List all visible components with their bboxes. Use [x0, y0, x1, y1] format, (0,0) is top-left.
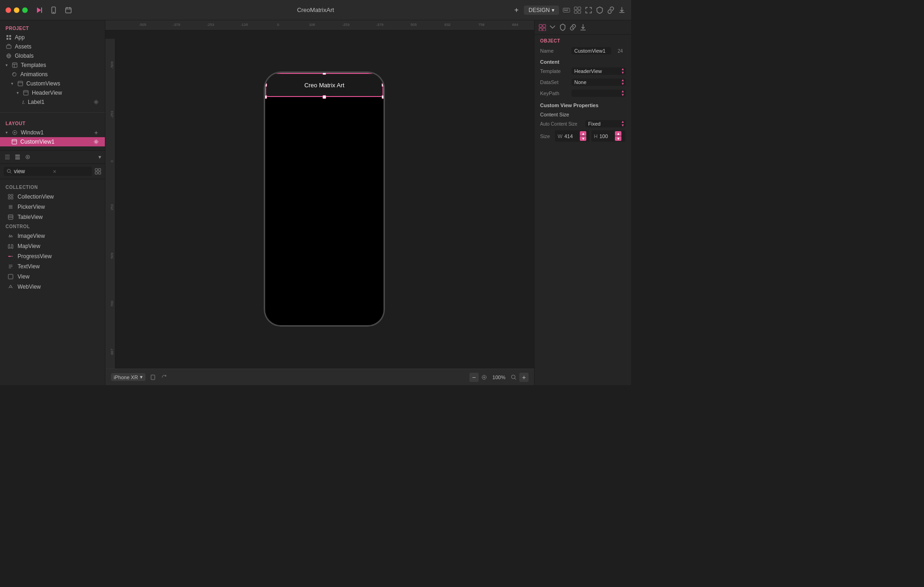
shield-icon[interactable]: [596, 6, 603, 14]
keypath-select[interactable]: [574, 91, 623, 96]
templates-icon: [12, 62, 18, 68]
component-view[interactable]: View: [0, 272, 105, 282]
handle-mr[interactable]: [382, 83, 384, 87]
sidebar-item-templates[interactable]: ▾ Templates: [0, 61, 105, 70]
svg-rect-12: [564, 10, 568, 11]
device-icon[interactable]: [50, 6, 57, 14]
zoom-in-btn[interactable]: +: [519, 373, 529, 382]
handle-bc[interactable]: [322, 95, 326, 99]
expand-icon[interactable]: [585, 6, 592, 14]
name-number: 24: [615, 48, 626, 54]
refresh-icon[interactable]: [160, 374, 168, 381]
auto-content-size-stepper: ▲ ▼: [621, 120, 625, 127]
search-grid-toggle[interactable]: [95, 168, 101, 175]
auto-content-size-select[interactable]: Fixed: [588, 121, 623, 127]
keypath-down-arrow[interactable]: ▼: [621, 93, 625, 97]
rpt-link-icon[interactable]: [569, 23, 577, 31]
plus-icon[interactable]: +: [513, 6, 520, 14]
rpt-expand-icon[interactable]: [548, 23, 557, 31]
template-down-arrow[interactable]: ▼: [621, 71, 625, 75]
view-icon: [7, 273, 14, 280]
sidebar-item-window1[interactable]: ▾ Window1 +: [0, 128, 105, 137]
component-icon[interactable]: [24, 153, 31, 161]
size-h-down[interactable]: ▼: [615, 136, 621, 141]
dataset-select[interactable]: None: [574, 79, 623, 85]
bottom-toolbar: ▾: [0, 151, 105, 164]
grid-view-icon[interactable]: [574, 6, 581, 14]
download-icon[interactable]: [618, 6, 626, 14]
canvas-main[interactable]: Creo Matrix Art: [115, 30, 534, 369]
handle-ml[interactable]: [264, 83, 267, 87]
run-button[interactable]: [35, 6, 43, 14]
svg-rect-25: [12, 63, 17, 67]
dataset-select-wrap: None ▲ ▼: [571, 79, 626, 86]
acs-down-arrow[interactable]: ▼: [621, 124, 625, 127]
svg-rect-13: [574, 7, 577, 10]
component-collectionview[interactable]: CollectionView: [0, 192, 105, 202]
sidebar-item-label1[interactable]: L Label1: [0, 97, 105, 107]
search-clear-icon[interactable]: ✕: [53, 169, 56, 174]
maximize-button[interactable]: [22, 7, 28, 13]
size-w-down[interactable]: ▼: [580, 136, 586, 141]
rpt-shield-icon[interactable]: [559, 23, 567, 31]
device-rotate-icon[interactable]: [149, 374, 157, 381]
component-mapview[interactable]: MapView: [0, 241, 105, 251]
size-w-up[interactable]: ▲: [580, 131, 586, 136]
device-selector[interactable]: iPhone XR ▾: [111, 373, 146, 381]
window1-plus-icon[interactable]: +: [93, 129, 99, 136]
minimize-button[interactable]: [14, 7, 19, 13]
zoom-fit-icon[interactable]: [480, 374, 488, 381]
design-button[interactable]: DESIGN ▾: [524, 6, 559, 15]
sidebar-item-app[interactable]: App: [0, 33, 105, 42]
rpt-download-icon[interactable]: [579, 23, 587, 31]
label1-gear-icon[interactable]: [93, 99, 99, 105]
size-h-input[interactable]: [599, 133, 613, 139]
component-progressview[interactable]: ProgressView: [0, 251, 105, 261]
handle-br[interactable]: [382, 95, 384, 99]
list-icon[interactable]: [4, 153, 11, 161]
search-input[interactable]: [14, 168, 51, 175]
calendar-icon[interactable]: [65, 6, 72, 14]
name-input[interactable]: [574, 48, 608, 54]
imageview-icon: [7, 233, 14, 239]
panel-collapse-btn[interactable]: ▾: [98, 154, 101, 160]
lines-icon[interactable]: [14, 153, 21, 161]
dataset-down-arrow[interactable]: ▼: [621, 82, 625, 86]
component-textview[interactable]: TextView: [0, 261, 105, 272]
handle-bl[interactable]: [264, 95, 267, 99]
sidebar-item-headerview[interactable]: ▾ HeaderView: [0, 88, 105, 97]
assets-label: Assets: [15, 43, 31, 50]
svg-rect-29: [18, 81, 23, 86]
svg-rect-44: [15, 158, 20, 159]
link-icon[interactable]: [607, 6, 614, 14]
kbd-icon[interactable]: [563, 6, 570, 14]
template-label: Template: [540, 68, 568, 74]
sidebar-item-customviews[interactable]: ▾ CustomViews: [0, 79, 105, 88]
svg-rect-60: [8, 215, 13, 219]
close-button[interactable]: [6, 7, 11, 13]
handle-tr[interactable]: [382, 72, 384, 75]
component-pickerview[interactable]: PickerView: [0, 202, 105, 212]
handle-tl[interactable]: [264, 72, 267, 75]
size-w-input[interactable]: [564, 133, 578, 139]
svg-rect-10: [565, 9, 566, 9]
sidebar-item-customview1[interactable]: CustomView1: [0, 137, 105, 146]
size-h-up[interactable]: ▲: [615, 131, 621, 136]
template-select[interactable]: HeaderView: [574, 68, 623, 74]
rpt-list-icon[interactable]: [538, 23, 547, 31]
sidebar-item-globals[interactable]: Globals: [0, 51, 105, 61]
customview1-gear-icon[interactable]: [93, 139, 99, 145]
progressview-label: ProgressView: [18, 253, 52, 260]
sidebar-item-assets[interactable]: Assets: [0, 42, 105, 51]
sidebar-item-animations[interactable]: Animations: [0, 70, 105, 79]
zoom-search-icon[interactable]: [510, 374, 517, 381]
zoom-out-btn[interactable]: −: [469, 373, 479, 382]
templates-label: Templates: [21, 62, 46, 68]
component-tableview[interactable]: TableView: [0, 212, 105, 222]
component-webview[interactable]: WebView: [0, 282, 105, 292]
project-header: PROJECT: [0, 24, 105, 33]
handle-tc[interactable]: [322, 72, 326, 75]
titlebar-left-tools: [35, 6, 72, 14]
component-imageview[interactable]: ImageView: [0, 231, 105, 241]
svg-rect-55: [8, 197, 10, 199]
